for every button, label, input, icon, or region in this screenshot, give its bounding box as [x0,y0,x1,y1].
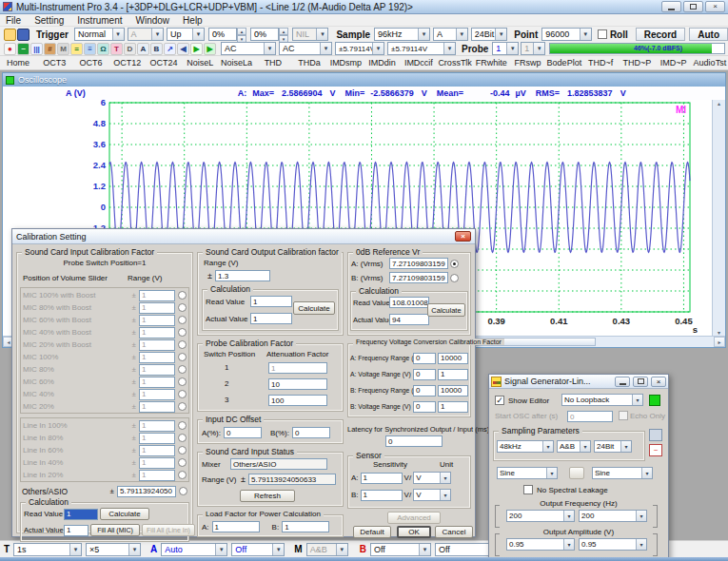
actual-value-input[interactable]: 94 [389,314,429,325]
fv-min-input[interactable]: 0 [413,353,436,364]
sweep-time-select[interactable]: 1s [13,543,82,556]
generator-channel-select[interactable]: A&B [557,440,591,453]
calculate-button[interactable]: Calculate [100,508,149,520]
tab-bodeplot[interactable]: BodePlot [546,58,582,68]
probe-a-select[interactable]: 1 [492,42,519,55]
cancel-button[interactable]: Cancel [435,526,473,538]
range-input[interactable]: 1 [139,352,175,363]
close-button[interactable]: × [705,1,725,12]
sampling-rate-select[interactable]: 96kHz [374,28,430,41]
maximize-button[interactable] [633,377,648,387]
read-value-input[interactable]: 1 [64,509,98,520]
fill-all-mic-button[interactable]: Fill All (MIC) [90,524,140,536]
waveform-library-icon[interactable]: ~ [649,444,662,456]
range-radio[interactable] [178,340,187,349]
tab-thd[interactable]: THD [255,58,291,68]
trigger-mode-select[interactable]: Normal [74,28,125,41]
signal-generator-title-bar[interactable]: Signal Generator-Lin... × [489,375,668,389]
trigger-delay-spinner[interactable]: 0% ▴▾ [250,28,288,41]
minimize-button[interactable] [615,377,630,387]
latency-input[interactable]: 0 [385,435,443,447]
range-radio[interactable] [178,434,187,442]
others-asio-radio[interactable] [179,487,187,495]
range-radio[interactable] [178,402,187,411]
attenuation-input-1[interactable]: 1 [268,362,327,374]
menu-item-setting[interactable]: Setting [34,15,64,26]
range-input[interactable]: 1 [139,457,175,469]
tab-frswp[interactable]: FRswp [510,58,546,68]
ref-a-input[interactable]: 7.27109803159 [389,258,448,269]
generator-bits-select[interactable]: 24Bit [594,440,632,453]
tab-imd-p[interactable]: IMD~P [656,58,692,68]
sound-device-icon[interactable]: ◀ [177,43,189,55]
trigger-a-icon[interactable]: A [137,43,149,55]
scope-vertical-scrollbar[interactable]: ▴▾ [712,100,725,336]
start-osc-input[interactable]: 0 [567,411,613,422]
menu-item-instrument[interactable]: Instrument [77,15,122,26]
probe-calibration-icon[interactable]: ↗ [164,43,176,55]
waveform-a-select[interactable]: Sine [497,467,558,479]
load-a-input[interactable]: 1 [212,521,260,532]
range-input[interactable]: 1 [139,420,175,432]
range-radio[interactable] [178,390,187,398]
maximize-button[interactable] [683,1,703,12]
read-value-input[interactable]: 1 [250,296,292,307]
fv-max-input[interactable]: 10000 [438,353,468,364]
fv-max-input[interactable]: 1 [438,369,468,380]
tab-thd-f[interactable]: THD~f [582,58,619,68]
spin-up-icon[interactable]: ▴ [237,28,246,35]
range-radio[interactable] [178,458,187,467]
spectrum-analyzer-icon[interactable]: ||| [30,43,43,55]
minimize-button[interactable] [661,1,681,12]
record-length-select[interactable]: 96000 [541,28,592,41]
amplitude-slider-a[interactable] [495,533,500,556]
fv-min-input[interactable]: 0 [413,385,436,397]
open-icon[interactable] [4,29,16,41]
multimeter-icon[interactable]: M [57,43,69,55]
dc-a-input[interactable]: 0 [224,427,262,438]
menu-item-file[interactable]: File [6,15,21,26]
fv-max-input[interactable]: 1 [438,401,468,413]
fv-max-input[interactable]: 10000 [438,385,468,397]
close-button[interactable]: × [651,377,666,387]
range-input[interactable]: 1 [139,315,175,326]
range-radio[interactable] [178,446,187,455]
amplitude-slider-b[interactable] [653,533,658,556]
calculate-button[interactable]: Calculate [293,301,335,315]
trigger-edge-select[interactable]: Up [167,28,205,41]
tab-noisela[interactable]: NoiseLa [219,58,255,68]
save-icon[interactable] [17,29,30,41]
actual-value-input[interactable]: 1 [250,313,292,324]
record-icon[interactable]: ● [4,43,16,55]
read-value-input[interactable]: 108.01008 [389,297,429,308]
range-input[interactable]: 1 [139,433,175,444]
tab-home[interactable]: Home [0,58,36,68]
tab-imdsmp[interactable]: IMDsmp [327,58,364,68]
range-input[interactable]: 1 [139,364,175,376]
output-range-input[interactable]: 1.3 [215,270,270,281]
spin-up-icon[interactable]: ▴ [279,28,288,35]
lcr-meter-icon[interactable]: Ω [97,43,109,55]
frequency-b-select[interactable]: 200 [579,510,647,522]
data-logger-icon[interactable]: = [70,43,83,55]
show-editor-checkbox[interactable] [495,396,504,405]
math-select[interactable]: A&B [306,543,348,556]
range-radio[interactable] [178,471,187,479]
range-a-select[interactable]: ±5.79114V [335,42,384,55]
auto-button[interactable]: Auto [689,28,728,41]
spectrum-3d-plot-icon[interactable]: ≡ [84,43,96,55]
coupling-a-select[interactable]: AC [221,42,276,55]
attenuation-input-2[interactable]: 10 [268,378,327,390]
range-input[interactable]: 1 [139,377,175,388]
tab-oct6[interactable]: OCT6 [73,58,109,68]
oscilloscope-icon[interactable]: ~ [17,43,30,55]
range-radio[interactable] [178,377,187,386]
amplitude-b-select[interactable]: 0.95 [579,538,647,551]
waveform-link-button[interactable] [569,467,584,479]
sensor-a-input[interactable]: 1 [361,473,403,484]
attenuation-input-3[interactable]: 100 [268,395,327,406]
tab-oct3[interactable]: OCT3 [36,58,72,68]
range-radio[interactable] [178,316,187,324]
device-test-plan-icon[interactable]: T [110,43,123,55]
fv-min-input[interactable]: 0 [413,369,436,380]
